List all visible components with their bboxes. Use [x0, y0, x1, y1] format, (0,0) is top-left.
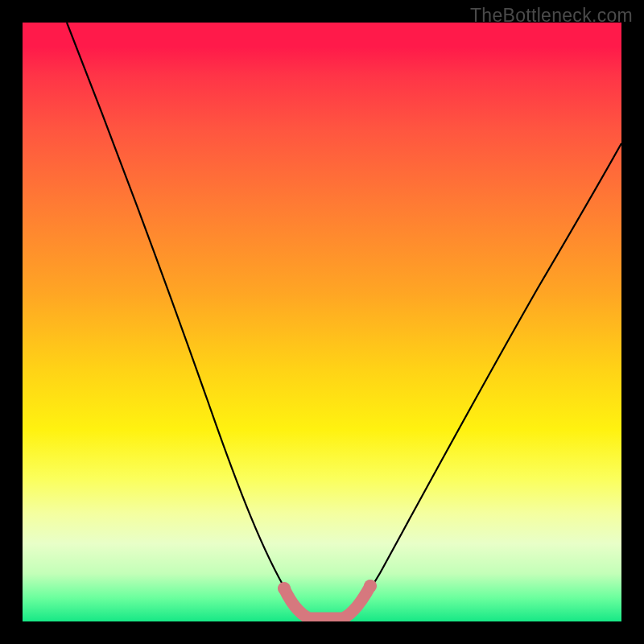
curve-layer [23, 23, 621, 621]
optimal-zone-highlight [284, 586, 370, 618]
optimal-zone-dot [364, 580, 377, 592]
chart-frame: TheBottleneck.com [0, 0, 644, 644]
optimal-zone-dot [278, 582, 291, 595]
bottleneck-curve [67, 23, 621, 618]
plot-area [23, 23, 621, 621]
watermark-text: TheBottleneck.com [470, 5, 633, 27]
